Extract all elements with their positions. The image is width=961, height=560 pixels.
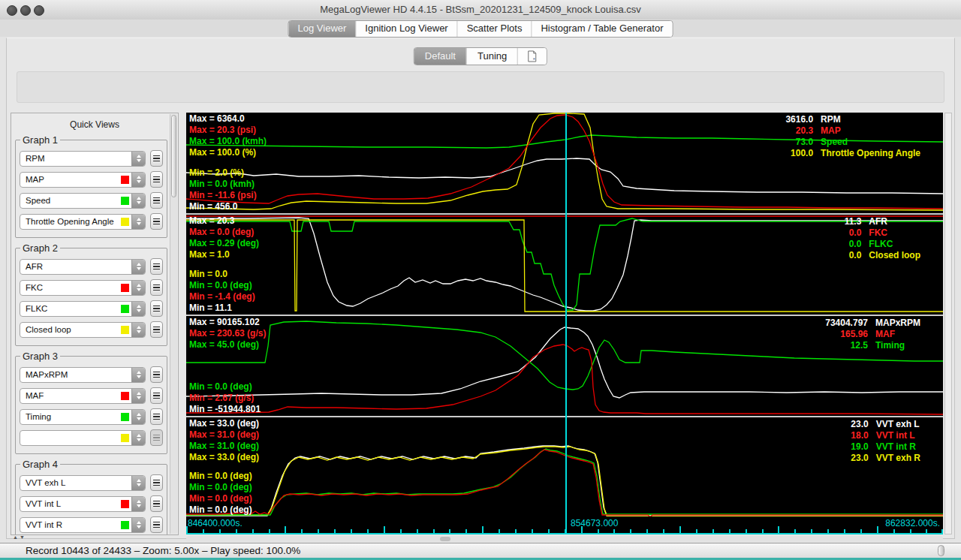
stepper-icon[interactable] bbox=[131, 260, 145, 274]
channel-menu-button[interactable] bbox=[150, 366, 163, 383]
quick-views-title: Quick Views bbox=[11, 113, 178, 133]
graph-panel-1[interactable]: Max = 6364.0Max = 20.3 (psi)Max = 100.0 … bbox=[186, 113, 943, 213]
channel-row: MAPxRPM bbox=[20, 366, 163, 383]
channel-select-vvt-exh-l[interactable]: VVT exh L bbox=[20, 475, 146, 491]
current-value: 100.0 bbox=[785, 148, 821, 159]
channel-select-fkc[interactable]: FKC bbox=[20, 280, 146, 296]
channel-menu-button[interactable] bbox=[150, 321, 163, 338]
current-value-row: 20.3MAP bbox=[785, 125, 920, 137]
stepper-icon[interactable] bbox=[131, 194, 145, 208]
channel-menu-button[interactable] bbox=[150, 387, 163, 404]
color-swatch bbox=[121, 218, 129, 226]
group-graph-3: Graph 3MAPxRPMMAFTiming bbox=[15, 351, 167, 454]
stepper-icon[interactable] bbox=[131, 215, 145, 229]
svg-text:*: * bbox=[533, 56, 535, 63]
color-swatch bbox=[121, 326, 129, 334]
status-scroll-thumb[interactable] bbox=[938, 545, 944, 556]
current-name: VVT exh R bbox=[876, 453, 920, 464]
view-tab-default[interactable]: Default bbox=[414, 48, 467, 65]
channel-menu-button[interactable] bbox=[150, 192, 163, 209]
graph-horizontal-scrollbar-thumb[interactable] bbox=[440, 537, 450, 541]
tab-ignition-log-viewer[interactable]: Ignition Log Viewer bbox=[356, 21, 457, 37]
channel-menu-button[interactable] bbox=[150, 495, 163, 512]
title-bar: MegaLogViewer HD 4.4.15 - BtSsm_20201231… bbox=[0, 0, 961, 20]
window-title: MegaLogViewer HD 4.4.15 - BtSsm_20201231… bbox=[0, 4, 961, 15]
channel-select-afr[interactable]: AFR bbox=[20, 259, 146, 275]
channel-row: RPM bbox=[20, 150, 163, 167]
channel-menu-button[interactable] bbox=[150, 300, 163, 317]
color-swatch bbox=[121, 413, 129, 421]
timeline-start-label: 846400.000s. bbox=[188, 518, 243, 528]
max-label: Max = 31.0 (deg) bbox=[189, 429, 259, 441]
channel-menu-button[interactable] bbox=[150, 279, 163, 296]
quick-views-sidebar: Quick Views Graph 1RPMMAPSpeedThrottle O… bbox=[11, 113, 179, 535]
current-values: 73404.797MAPxRPM165.96MAF12.5Timing bbox=[825, 318, 920, 351]
max-label: Max = 20.3 (psi) bbox=[189, 125, 267, 136]
color-swatch bbox=[121, 176, 129, 184]
graph-vertical-scrollbar[interactable] bbox=[944, 113, 952, 534]
channel-menu-button[interactable] bbox=[150, 474, 163, 491]
stepper-icon[interactable] bbox=[131, 302, 145, 316]
channel-menu-button[interactable] bbox=[150, 516, 163, 533]
channel-menu-button[interactable] bbox=[150, 408, 163, 425]
stepper-icon[interactable] bbox=[131, 476, 145, 490]
current-name: VVT int R bbox=[876, 441, 920, 453]
channel-select-empty[interactable] bbox=[20, 430, 146, 446]
sidebar-scrollbar-thumb[interactable] bbox=[171, 115, 176, 197]
channel-menu-button[interactable] bbox=[150, 171, 163, 188]
stepper-icon[interactable] bbox=[131, 368, 145, 382]
add-view-button[interactable]: * bbox=[518, 48, 547, 65]
channel-select-throttle-opening-angle[interactable]: Throttle Opening Angle bbox=[20, 214, 146, 230]
stepper-icon[interactable] bbox=[131, 389, 145, 403]
stepper-icon[interactable] bbox=[131, 431, 145, 445]
channel-select-mapxrpm[interactable]: MAPxRPM bbox=[20, 367, 146, 383]
sidebar-scrollbar[interactable] bbox=[170, 114, 177, 534]
playback-cursor[interactable] bbox=[565, 113, 567, 534]
channel-select-vvt-int-r[interactable]: VVT int R bbox=[20, 517, 146, 533]
channel-select-speed[interactable]: Speed bbox=[20, 193, 146, 209]
current-value-row: 165.96MAF bbox=[825, 329, 920, 340]
channel-select-rpm[interactable]: RPM bbox=[20, 151, 146, 167]
channel-select-maf[interactable]: MAF bbox=[20, 388, 146, 404]
channel-select-value: VVT exh L bbox=[20, 478, 131, 487]
channel-row: VVT int L bbox=[20, 495, 163, 512]
stepper-icon[interactable] bbox=[131, 410, 145, 424]
stepper-icon[interactable] bbox=[131, 518, 145, 532]
stepper-icon[interactable] bbox=[131, 173, 145, 187]
channel-menu-button[interactable] bbox=[150, 213, 163, 230]
stepper-icon[interactable] bbox=[131, 323, 145, 337]
current-value: 19.0 bbox=[851, 441, 875, 453]
tab-scatter-plots[interactable]: Scatter Plots bbox=[458, 21, 532, 37]
channel-menu-button[interactable] bbox=[150, 150, 163, 167]
channel-select-map[interactable]: MAP bbox=[20, 172, 146, 188]
color-swatch bbox=[121, 305, 129, 313]
channel-select-timing[interactable]: Timing bbox=[20, 409, 146, 425]
tab-histogram-table-generator[interactable]: Histogram / Table Generator bbox=[532, 21, 672, 37]
current-name: RPM bbox=[821, 114, 920, 125]
stepper-icon[interactable] bbox=[131, 152, 145, 166]
graph-panel-2[interactable]: Max = 20.3Max = 0.0 (deg)Max = 0.29 (deg… bbox=[186, 215, 943, 315]
channel-select-vvt-int-l[interactable]: VVT int L bbox=[20, 496, 146, 512]
view-tab-tuning[interactable]: Tuning bbox=[467, 48, 518, 65]
max-label: Max = 230.63 (g/s) bbox=[189, 328, 266, 339]
graph-area: Max = 6364.0Max = 20.3 (psi)Max = 100.0 … bbox=[186, 113, 943, 534]
channel-menu-button[interactable] bbox=[150, 258, 163, 275]
max-label: Max = 33.0 (deg) bbox=[189, 418, 259, 429]
stepper-icon[interactable] bbox=[131, 281, 145, 295]
channel-select-closed-loop[interactable]: Closed loop bbox=[20, 322, 146, 338]
channel-select-flkc[interactable]: FLKC bbox=[20, 301, 146, 317]
series-vvt-int-r bbox=[186, 449, 943, 515]
current-value: 165.96 bbox=[825, 329, 875, 340]
graph-panel-4[interactable]: Max = 33.0 (deg)Max = 31.0 (deg)Max = 31… bbox=[186, 417, 943, 516]
channel-select-value: MAF bbox=[20, 391, 121, 400]
stepper-icon[interactable] bbox=[131, 497, 145, 511]
min-label: Min = 0.0 (deg) bbox=[189, 280, 255, 291]
current-value: 18.0 bbox=[851, 430, 875, 441]
current-name: VVT exh L bbox=[876, 419, 920, 430]
tab-log-viewer[interactable]: Log Viewer bbox=[289, 21, 357, 37]
graph-panel-3[interactable]: Max = 90165.102Max = 230.63 (g/s)Max = 4… bbox=[186, 316, 943, 416]
graph-horizontal-scrollbar[interactable] bbox=[186, 536, 943, 542]
color-swatch bbox=[121, 284, 129, 292]
sidebar-spin-arrows[interactable]: ▲▼ bbox=[13, 534, 26, 540]
timeline[interactable]: 846400.000s. 854673.000 862832.000s. bbox=[186, 516, 943, 534]
